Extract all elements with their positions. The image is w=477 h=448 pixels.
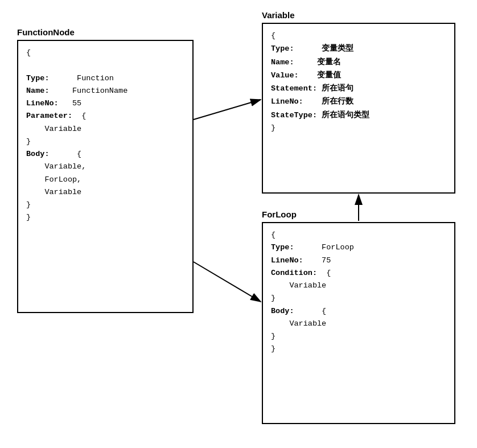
fl-brace-close: } [271,343,446,355]
fl-body: Body: { [271,305,446,318]
diagram-container: FunctionNode { Type: Function Name: Func… [0,0,477,448]
var-statetype: StateType: 所在语句类型 [271,109,446,122]
fn-brace-close: } [26,211,184,224]
forloop-node-box: { Type: ForLoop LineNo: 75 Condition: { … [262,222,455,424]
fn-body-close: } [26,199,184,211]
fn-lineno: LineNo: 55 [26,97,184,110]
forloop-node-content: { Type: ForLoop LineNo: 75 Condition: { … [271,229,446,356]
variable-node-box: { Type: 变量类型 Name: 变量名 Value: 变量值 Statem… [262,23,455,194]
fl-lineno: LineNo: 75 [271,254,446,267]
fl-cond-close: } [271,292,446,305]
function-node-content: { Type: Function Name: FunctionName Line… [26,47,184,224]
arrow-fn-to-forloop [194,262,261,302]
forloop-node-title: ForLoop [262,209,297,219]
var-statement: Statement: 所在语句 [271,82,446,95]
fn-name: Name: FunctionName [26,85,184,97]
fn-body-variable2: Variable [26,186,184,199]
var-type: Type: 变量类型 [271,42,446,55]
var-brace-close: } [271,122,446,134]
fl-type: Type: ForLoop [271,241,446,254]
fn-type: Type: Function [26,72,184,85]
fn-param-variable: Variable [26,123,184,135]
fn-parameter: Parameter: { [26,110,184,122]
function-node-box: { Type: Function Name: FunctionName Line… [17,40,194,313]
fl-body-variable: Variable [271,318,446,330]
function-node-title: FunctionNode [17,27,75,37]
fl-condition: Condition: { [271,267,446,280]
fl-brace-open: { [271,229,446,241]
variable-node-content: { Type: 变量类型 Name: 变量名 Value: 变量值 Statem… [271,30,446,134]
var-name: Name: 变量名 [271,56,446,69]
fl-cond-variable: Variable [271,280,446,292]
fn-body-forloop: ForLoop, [26,174,184,186]
fl-body-close: } [271,330,446,343]
fn-body-variable: Variable, [26,161,184,173]
fn-param-close: } [26,135,184,148]
variable-node-title: Variable [262,10,295,20]
fn-body: Body: { [26,148,184,161]
arrow-fn-to-variable [194,100,261,120]
fn-brace-open: { [26,47,184,59]
var-lineno: LineNo: 所在行数 [271,95,446,108]
var-brace-open: { [271,30,446,42]
var-value: Value: 变量值 [271,69,446,82]
